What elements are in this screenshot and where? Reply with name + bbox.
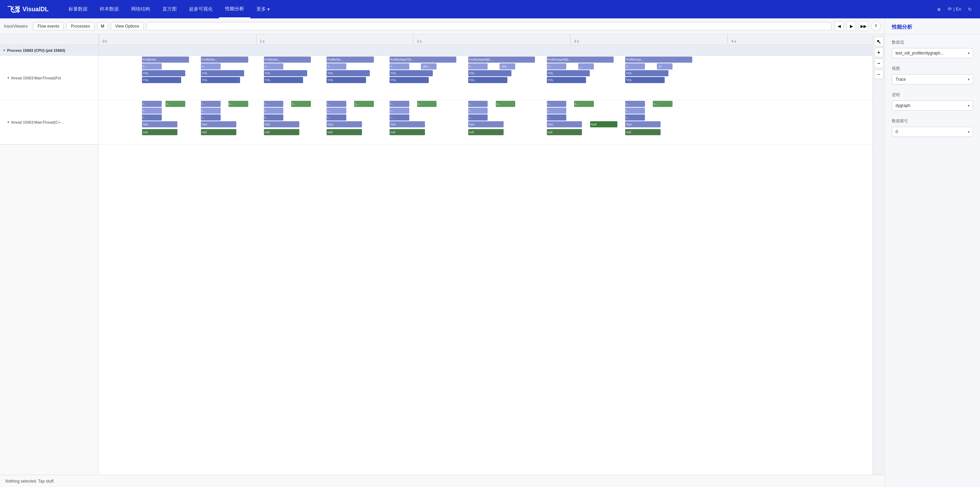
trace-block[interactable]: _Da...	[421, 63, 436, 70]
trace-block[interactable]: c...	[653, 101, 673, 107]
nav-hparam[interactable]: 超参可视化	[183, 0, 219, 18]
trace-block[interactable]: cud	[390, 129, 425, 135]
trace-block[interactable]: cud	[547, 129, 582, 135]
trace-block[interactable]: c...	[165, 101, 185, 107]
trace-block[interactable]: YOL	[625, 77, 664, 83]
refresh-icon[interactable]: ↻	[967, 5, 973, 13]
trace-block[interactable]: Gpu	[264, 121, 299, 127]
trace-block[interactable]: t...	[264, 115, 284, 121]
trace-block[interactable]: YOL	[201, 70, 244, 76]
trace-block[interactable]: Gpu	[547, 121, 582, 127]
trace-block[interactable]: _...	[578, 63, 594, 70]
trace-block[interactable]: Y...	[625, 63, 645, 70]
trace-block[interactable]: ProfileSte...	[142, 57, 189, 63]
trace-block[interactable]: YOL	[326, 77, 366, 83]
trace-block[interactable]: t...	[326, 101, 346, 107]
m-button[interactable]: M	[97, 22, 108, 30]
trace-block[interactable]: Gpu	[142, 121, 177, 127]
trace-block[interactable]: Gpu	[468, 121, 504, 127]
trace-block[interactable]: t...	[201, 101, 221, 107]
trace-block[interactable]: Y...	[390, 63, 409, 70]
nav-histogram[interactable]: 直方图	[156, 0, 183, 18]
trace-block[interactable]: Y...	[142, 63, 162, 70]
trace-block[interactable]: Gpu	[625, 121, 660, 127]
trace-block[interactable]: c...	[417, 101, 437, 107]
trace-block[interactable]: c...	[496, 101, 515, 107]
trace-block[interactable]: t...	[625, 108, 645, 114]
trace-block[interactable]: c...	[574, 101, 594, 107]
processes-button[interactable]: Processes	[67, 22, 94, 30]
trace-block[interactable]: t...	[326, 108, 346, 114]
thread-label-cpp[interactable]: ▼ thread 15683:MainThread(C+...	[0, 100, 99, 145]
trace-block[interactable]: YOL	[390, 70, 433, 76]
trace-block[interactable]: t...	[142, 115, 162, 121]
trace-block[interactable]: Gpu	[326, 121, 362, 127]
trace-block[interactable]: t...	[547, 115, 566, 121]
trace-block[interactable]: t...	[326, 115, 346, 121]
trace-block[interactable]: _D	[657, 63, 673, 70]
trace-block[interactable]: ProfileSte...	[326, 57, 374, 63]
trace-block[interactable]: c...	[354, 101, 374, 107]
nav-network[interactable]: 网络结构	[125, 0, 156, 18]
next-button[interactable]: ▶	[846, 21, 856, 31]
trace-block[interactable]: t...	[264, 101, 284, 107]
trace-block[interactable]: YOL	[390, 77, 429, 83]
cursor-tool-button[interactable]: ↖	[874, 37, 884, 46]
thread-label-pyt[interactable]: ▼ thread 15683:MainThread(Pyt	[0, 56, 99, 100]
trace-block[interactable]: cud	[264, 129, 299, 135]
trace-block[interactable]: YOL	[326, 70, 370, 76]
trace-block[interactable]: ProfileStep#8[6...	[468, 57, 535, 63]
trace-block[interactable]: t...	[468, 101, 488, 107]
trace-block[interactable]: YOL	[264, 70, 307, 76]
nav-scalar[interactable]: 标量数据	[62, 0, 94, 18]
trace-block[interactable]: YOL	[468, 77, 508, 83]
nav-more[interactable]: 更多 ▾	[250, 0, 276, 18]
process-label[interactable]: ▼ Process 15683 (CPU) (pid 15683) ✕	[0, 45, 99, 56]
nav-sample[interactable]: 样本数据	[94, 0, 125, 18]
trace-block[interactable]: t...	[547, 101, 566, 107]
prev-button[interactable]: ◀	[834, 21, 844, 31]
trace-block[interactable]: ProfileStep#9[5...	[547, 57, 614, 63]
trace-block[interactable]: YOL	[264, 77, 303, 83]
trace-block[interactable]: t...	[468, 115, 488, 121]
trace-block[interactable]: ProfileSte...	[201, 57, 248, 63]
trace-block[interactable]: t...	[201, 108, 221, 114]
trace-block[interactable]: YOL	[547, 70, 590, 76]
fit-button[interactable]: ↔	[874, 70, 884, 79]
trace-block[interactable]: ProfileStep#7[5...	[390, 57, 456, 63]
trace-block[interactable]: cud	[201, 129, 236, 135]
nav-profiler[interactable]: 性能分析	[219, 0, 250, 18]
skip-button[interactable]: ▶▶	[859, 21, 868, 31]
trace-block[interactable]: ProfileStep...	[625, 57, 692, 63]
trace-block[interactable]: t...	[390, 108, 409, 114]
trace-block[interactable]: cud	[142, 129, 177, 135]
trace-block[interactable]: c...	[229, 101, 248, 107]
trace-block[interactable]: c...	[291, 101, 311, 107]
trace-block[interactable]: t...	[468, 108, 488, 114]
trace-block[interactable]: Y...	[468, 63, 488, 70]
trace-block[interactable]: YOL	[468, 70, 511, 76]
help-button[interactable]: ?	[871, 21, 881, 31]
zoom-in-button[interactable]: +	[874, 48, 884, 57]
trace-block[interactable]: YOL	[625, 70, 668, 76]
trace-block[interactable]: Gpu	[390, 121, 425, 127]
trace-block[interactable]: YOL	[142, 77, 181, 83]
trace-block[interactable]: t...	[142, 108, 162, 114]
trace-block[interactable]: YOL	[142, 70, 185, 76]
trace-block[interactable]: t...	[390, 101, 409, 107]
trace-block[interactable]: t...	[142, 101, 162, 107]
zoom-out-button[interactable]: −	[874, 59, 884, 68]
language-switch[interactable]: 中 | En	[946, 5, 963, 14]
help-icon[interactable]: ⊕	[936, 5, 942, 13]
trace-block[interactable]: Y...	[264, 63, 284, 70]
view-options-button[interactable]: View Options	[111, 22, 143, 30]
trace-block[interactable]: t...	[547, 108, 566, 114]
index-select[interactable]: 0	[892, 127, 973, 137]
dataflow-select[interactable]: test_vdl_profiler/dygraph...	[892, 48, 973, 58]
trace-block[interactable]: Y...	[547, 63, 566, 70]
trace-block[interactable]: t...	[201, 115, 221, 121]
trace-block[interactable]: Gpu	[201, 121, 236, 127]
trace-block[interactable]: t...	[390, 115, 409, 121]
trace-block[interactable]: t...	[625, 115, 645, 121]
process-select[interactable]: dygraph	[892, 100, 973, 111]
